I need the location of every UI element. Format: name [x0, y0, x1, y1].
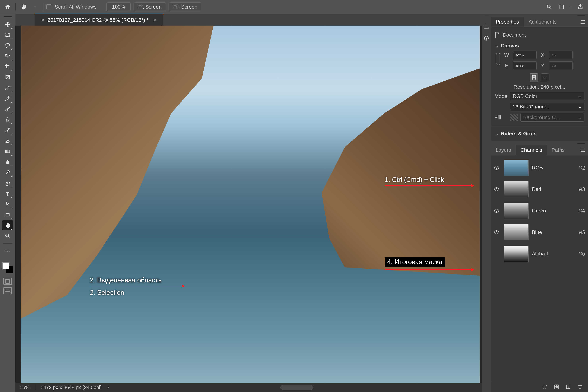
status-info-dropdown-icon[interactable]: 〉 — [107, 385, 111, 390]
height-field[interactable] — [513, 62, 536, 70]
visibility-icon[interactable] — [493, 186, 500, 193]
screen-mode-toggle[interactable] — [4, 287, 12, 294]
move-tool[interactable] — [2, 20, 13, 29]
color-mode-dropdown[interactable]: RGB Color⌄ — [510, 92, 584, 100]
channels-footer — [491, 381, 588, 392]
pen-tool[interactable] — [2, 178, 13, 188]
visibility-icon[interactable] — [493, 164, 500, 172]
eyedropper-tool[interactable] — [2, 83, 13, 93]
workspace-layout-icon[interactable] — [557, 2, 566, 11]
quick-mask-toggle[interactable] — [4, 278, 12, 285]
type-tool[interactable] — [2, 189, 13, 198]
tab-layers[interactable]: Layers — [491, 145, 516, 155]
tool-preset-dropdown-icon[interactable] — [31, 2, 40, 11]
svg-point-25 — [496, 188, 497, 190]
right-panel-column: Properties Adjustments Document ⌄ Canvas… — [491, 14, 588, 392]
panel-menu-icon[interactable] — [577, 145, 588, 155]
channel-row-rgb[interactable]: RGB ⌘2 — [491, 157, 588, 178]
bit-depth-dropdown[interactable]: 16 Bits/Channel⌄ — [510, 103, 584, 111]
frame-tool[interactable] — [2, 72, 13, 82]
document-image[interactable]: 1. Ctrl (Cmd) + Click 2. Выделенная обла… — [21, 26, 480, 383]
channel-row-red[interactable]: Red ⌘3 — [491, 178, 588, 200]
svg-rect-15 — [580, 22, 585, 22]
lasso-tool[interactable] — [2, 41, 13, 50]
crop-tool[interactable] — [2, 62, 13, 72]
orientation-portrait[interactable] — [530, 74, 538, 82]
channel-row-alpha[interactable]: Alpha 1 ⌘6 — [491, 243, 588, 264]
canvas-area[interactable]: 1. Ctrl (Cmd) + Click 2. Выделенная обла… — [15, 26, 482, 383]
channel-thumbnail — [504, 181, 528, 198]
chevron-down-icon: ⌄ — [495, 130, 498, 136]
save-selection-as-channel-icon[interactable] — [553, 384, 560, 390]
path-select-tool[interactable] — [2, 199, 13, 209]
fit-screen-button[interactable]: Fit Screen — [134, 2, 166, 12]
delete-channel-icon[interactable] — [577, 384, 583, 390]
close-tab-icon[interactable]: × — [154, 17, 157, 23]
blur-tool[interactable] — [2, 157, 13, 167]
fill-label: Fill — [495, 114, 507, 120]
status-zoom[interactable]: 55% — [20, 385, 30, 390]
edit-toolbar[interactable] — [2, 246, 13, 256]
document-tab[interactable]: × 20170127_215914.CR2 @ 55% (RGB/16*) * … — [35, 14, 163, 26]
rectangle-tool[interactable] — [2, 210, 13, 220]
load-selection-icon[interactable] — [542, 384, 548, 390]
eraser-tool[interactable] — [2, 136, 13, 146]
svg-point-24 — [496, 167, 497, 168]
visibility-icon[interactable] — [493, 228, 500, 236]
tab-adjustments[interactable]: Adjustments — [524, 17, 561, 27]
status-dimensions: 5472 px x 3648 px (240 ppi) — [41, 385, 102, 390]
tab-paths[interactable]: Paths — [547, 145, 569, 155]
channel-thumbnail — [504, 246, 528, 262]
clone-stamp-tool[interactable] — [2, 115, 13, 124]
channel-row-green[interactable]: Green ⌘4 — [491, 200, 588, 222]
panel-grip[interactable] — [491, 142, 588, 145]
info-panel-icon[interactable] — [482, 33, 491, 44]
zoom-tool[interactable] — [2, 231, 13, 241]
healing-brush-tool[interactable] — [2, 94, 13, 104]
canvas-section-header[interactable]: ⌄ Canvas — [495, 42, 584, 50]
channel-row-blue[interactable]: Blue ⌘5 — [491, 222, 588, 243]
svg-point-0 — [547, 5, 550, 8]
panel-grip[interactable] — [482, 14, 491, 16]
visibility-icon[interactable] — [493, 207, 500, 214]
svg-rect-2 — [6, 33, 10, 37]
scroll-all-checkbox[interactable] — [46, 4, 52, 10]
orientation-landscape[interactable] — [541, 74, 549, 82]
link-wh-icon[interactable] — [495, 50, 502, 68]
height-label: H — [503, 63, 510, 68]
panel-grip[interactable] — [4, 16, 12, 17]
fill-screen-button[interactable]: Fill Screen — [169, 2, 201, 12]
svg-point-18 — [533, 76, 534, 78]
panel-menu-icon[interactable] — [577, 17, 588, 27]
visibility-icon[interactable] — [493, 250, 500, 258]
tab-channels[interactable]: Channels — [516, 145, 547, 155]
panel-grip[interactable] — [491, 14, 588, 17]
dodge-tool[interactable] — [2, 168, 13, 178]
tool-preset-icon[interactable] — [19, 2, 28, 11]
x-field — [549, 51, 573, 59]
rulers-section-header[interactable]: ⌄ Rulers & Grids — [495, 130, 584, 138]
y-label: Y — [539, 63, 546, 68]
share-icon[interactable] — [576, 2, 585, 11]
histogram-panel-icon[interactable] — [482, 21, 491, 31]
brush-tool[interactable] — [2, 104, 13, 114]
tab-properties[interactable]: Properties — [491, 17, 524, 27]
home-icon[interactable] — [3, 2, 12, 11]
search-icon[interactable] — [545, 2, 554, 11]
new-channel-icon[interactable] — [565, 384, 571, 390]
svg-rect-6 — [6, 150, 10, 153]
color-swatches[interactable] — [2, 262, 13, 273]
workspace-dropdown-icon[interactable] — [569, 2, 573, 11]
gradient-tool[interactable] — [2, 146, 13, 156]
hand-tool[interactable] — [2, 220, 13, 230]
history-brush-tool[interactable] — [2, 125, 13, 135]
fill-swatch[interactable] — [510, 114, 518, 121]
rect-marquee-tool[interactable] — [2, 30, 13, 40]
horizontal-scrollbar-thumb[interactable] — [280, 385, 313, 390]
zoom-reset-button[interactable]: 100% — [106, 2, 131, 12]
width-field[interactable] — [513, 51, 536, 59]
svg-point-30 — [555, 386, 558, 388]
width-label: W — [503, 52, 510, 58]
quick-select-tool[interactable] — [2, 51, 13, 61]
svg-rect-1 — [559, 5, 563, 9]
